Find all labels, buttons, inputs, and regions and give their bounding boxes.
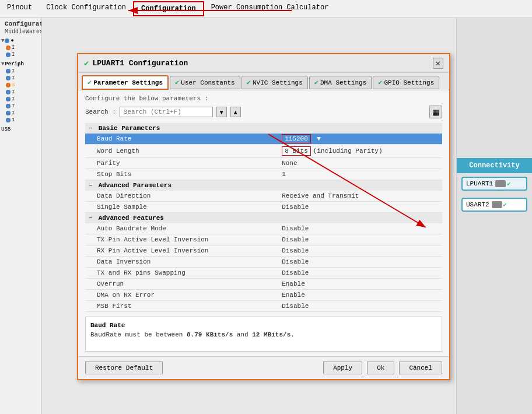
param-name-parity: Parity [85, 158, 278, 169]
node-icon-2 [6, 45, 10, 50]
tab-parameter-settings[interactable]: ✔ Parameter Settings [82, 75, 169, 90]
node-p7 [6, 111, 10, 115]
tree-row-3[interactable]: I [5, 51, 41, 58]
modal-close-button[interactable]: ✕ [433, 58, 443, 69]
usart2-label: USART2 [466, 201, 489, 208]
tree-row-p6[interactable]: T [5, 103, 41, 110]
modal-title-bar: ✔ LPUART1 Configuration ✕ [78, 54, 449, 73]
param-parity[interactable]: Parity None [85, 158, 442, 169]
param-name-msb-first: MSB First [85, 301, 278, 312]
section-features-label: Advanced Features [99, 215, 164, 222]
menu-configuration[interactable]: Configuration [133, 1, 204, 16]
section-advanced-label: Advanced Parameters [99, 182, 172, 189]
param-value-word-length: 8 Bits (including Parity) [278, 145, 442, 158]
param-name-stop-bits: Stop Bits [85, 169, 278, 180]
restore-default-button[interactable]: Restore Default [85, 362, 163, 374]
content-area: ✔ LPUART1 Configuration ✕ ✔ Parameter Se… [42, 18, 456, 414]
tree-row-p7[interactable]: I [5, 110, 41, 117]
param-name-single-sample: Single Sample [85, 202, 278, 213]
menu-pinout[interactable]: Pinout [0, 1, 39, 16]
tab-check-3: ✔ [314, 78, 318, 87]
tree-row-usb[interactable]: USB [0, 126, 41, 133]
param-msb-first[interactable]: MSB First Disable [85, 301, 442, 312]
param-value-single-sample: Disable [278, 202, 442, 213]
param-single-sample[interactable]: Single Sample Disable [85, 202, 442, 213]
tab-label-1: User Constants [181, 79, 235, 86]
tree-row-p3[interactable]: S [5, 82, 41, 89]
tree-row-p4[interactable]: I [5, 89, 41, 96]
param-name-word-length: Word Length [85, 145, 278, 158]
tree-row-1[interactable]: ▼ ● [0, 37, 41, 44]
ok-button[interactable]: Ok [367, 362, 394, 374]
footer-right-buttons: Apply Ok Cancel [323, 362, 442, 374]
param-value-tx-rx-swapping: Disable [278, 268, 442, 279]
tree-label-1: ● [10, 38, 13, 44]
connectivity-usart2[interactable]: USART2 ✔ [461, 198, 527, 212]
param-value-rx-active-level: Disable [278, 245, 442, 257]
search-up-button[interactable]: ▲ [230, 107, 241, 117]
connectivity-header: Connectivity [457, 158, 532, 173]
param-value-baud-rate: 115200 ▼ [278, 134, 442, 145]
tab-nvic-settings[interactable]: ✔ NVIC Settings [242, 76, 308, 89]
menu-bar: Pinout Clock Configuration Configuration… [0, 0, 532, 18]
param-name-tx-rx-swapping: TX and RX pins Swapping [85, 268, 278, 279]
modal-dialog: ✔ LPUART1 Configuration ✕ ✔ Parameter Se… [77, 53, 450, 380]
sidebar-tree: Configuration MiddleWares ▼ ● I I ▼ Peri… [0, 18, 42, 414]
apply-button[interactable]: Apply [323, 362, 362, 374]
param-value-stop-bits: 1 [278, 169, 442, 180]
tree-row-p1[interactable]: I [5, 68, 41, 75]
modal-title-text: LPUART1 Configuration [92, 59, 188, 68]
collapse-basic[interactable]: − [89, 125, 92, 132]
menu-clock-config[interactable]: Clock Configuration [39, 1, 133, 16]
tree-row-p8[interactable]: 1 [5, 117, 41, 124]
tree-row-periph[interactable]: ▼ Periph [0, 61, 41, 68]
modal-body: Configure the below parameters : Search … [78, 90, 449, 356]
title-check-icon: ✔ [84, 58, 89, 68]
menu-power-calc[interactable]: Power Consumption Calculator [204, 1, 336, 16]
tab-user-constants[interactable]: ✔ User Constants [170, 76, 240, 89]
connectivity-lpuart1[interactable]: LPUART1 ✔ [461, 177, 527, 191]
tab-check-1: ✔ [175, 78, 179, 87]
param-value-dma-rx-error: Enable [278, 290, 442, 301]
baud-rate-value: 115200 [282, 134, 311, 143]
param-stop-bits[interactable]: Stop Bits 1 [85, 169, 442, 180]
tree-row-2[interactable]: I [5, 44, 41, 51]
tree-row-p2[interactable]: I [5, 75, 41, 82]
search-input[interactable] [120, 107, 213, 117]
param-data-direction[interactable]: Data Direction Receive and Transmit [85, 191, 442, 202]
grid-icon: ▦ [432, 108, 439, 117]
param-word-length[interactable]: Word Length 8 Bits (including Parity) [85, 145, 442, 158]
section-advanced-features: − Advanced Features [85, 213, 442, 224]
param-name-auto-baudrate: Auto Baudrate Mode [85, 223, 278, 234]
word-length-value: 8 Bits [282, 146, 311, 156]
param-value-data-inversion: Disable [278, 257, 442, 268]
param-name-data-inversion: Data Inversion [85, 257, 278, 268]
param-data-inversion[interactable]: Data Inversion Disable [85, 257, 442, 268]
param-name-tx-active-level: TX Pin Active Level Inversion [85, 234, 278, 245]
config-label: Configure the below parameters : [85, 95, 442, 102]
tree-row-p5[interactable]: I [5, 96, 41, 103]
tab-gpio-settings[interactable]: ✔ GPIO Settings [373, 76, 439, 89]
tab-label-3: DMA Settings [320, 79, 366, 86]
param-name-dma-rx-error: DMA on RX Error [85, 290, 278, 301]
grid-view-button[interactable]: ▦ [429, 106, 442, 118]
param-baud-rate[interactable]: Baud Rate 115200 ▼ [85, 134, 442, 145]
tabs-bar: ✔ Parameter Settings ✔ User Constants ✔ … [78, 73, 449, 90]
param-tx-rx-swapping[interactable]: TX and RX pins Swapping Disable [85, 268, 442, 279]
tab-dma-settings[interactable]: ✔ DMA Settings [309, 76, 372, 89]
node-p4 [6, 90, 10, 94]
param-overrun[interactable]: Overrun Enable [85, 279, 442, 290]
collapse-features[interactable]: − [89, 215, 92, 222]
tab-label-4: GPIO Settings [384, 79, 434, 86]
param-tx-active-level[interactable]: TX Pin Active Level Inversion Disable [85, 234, 442, 245]
cancel-button[interactable]: Cancel [399, 362, 442, 374]
param-auto-baudrate[interactable]: Auto Baudrate Mode Disable [85, 223, 442, 234]
bc-middlewares: MiddleWares [5, 29, 37, 35]
node-p8 [6, 118, 10, 122]
collapse-advanced[interactable]: − [89, 183, 92, 189]
param-dma-rx-error[interactable]: DMA on RX Error Enable [85, 290, 442, 301]
lpuart1-check-icon: ✔ [507, 180, 510, 187]
search-down-button[interactable]: ▼ [216, 107, 227, 117]
baud-rate-dropdown[interactable]: ▼ [317, 135, 321, 142]
param-rx-active-level[interactable]: RX Pin Active Level Inversion Disable [85, 245, 442, 257]
